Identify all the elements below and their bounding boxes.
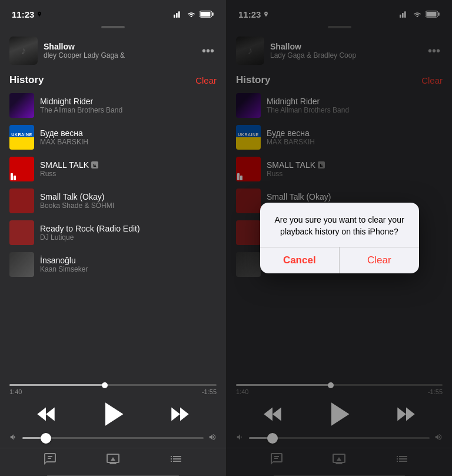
track-artist: The Allman Brothers Band	[40, 106, 217, 114]
rewind-button-left[interactable]	[35, 404, 56, 425]
list-item[interactable]: Small Talk (Okay) Booka Shade & SOHMI	[0, 185, 226, 217]
clear-history-dialog: Are you sure you want to clear your play…	[260, 203, 419, 273]
np-artwork-left	[9, 37, 38, 65]
list-item[interactable]: SMALL TALK E Russ	[0, 153, 226, 185]
track-info: Буде весна MAX BARSKIH	[40, 128, 217, 146]
svg-marker-8	[105, 402, 124, 425]
history-header-left: History Clear	[0, 71, 226, 90]
track-artwork	[9, 252, 34, 277]
volume-bar-left[interactable]	[22, 437, 204, 439]
lyrics-icon-left	[43, 452, 57, 466]
volume-high-icon-left	[208, 433, 217, 443]
progress-bar-left[interactable]	[9, 384, 217, 386]
dialog-overlay: Are you sure you want to clear your play…	[227, 0, 452, 476]
progress-fill-left	[9, 384, 105, 386]
svg-rect-5	[200, 12, 210, 16]
svg-marker-9	[171, 408, 180, 421]
track-name: Midnight Rider	[40, 97, 217, 106]
track-artwork	[9, 220, 34, 245]
track-artwork: UKRAINE	[9, 125, 34, 150]
history-title-left: History	[9, 74, 44, 86]
progress-section-left: 1:40 -1:55	[0, 379, 226, 395]
track-artwork	[9, 157, 34, 181]
dialog-cancel-button[interactable]: Cancel	[260, 247, 340, 273]
airplay-button-left[interactable]	[106, 452, 120, 466]
right-phone-panel: 11:23 Shallow Lady Gag	[226, 0, 452, 476]
track-name: Ready to Rock (Radio Edit)	[40, 224, 217, 233]
track-artist: DJ Lutique	[40, 233, 217, 242]
track-info: Midnight Rider The Allman Brothers Band	[40, 97, 217, 114]
list-item[interactable]: İnsanoğlu Kaan Simseker	[0, 249, 226, 280]
svg-marker-6	[37, 408, 46, 421]
track-name: Small Talk (Okay)	[40, 192, 217, 201]
airplay-icon-left	[106, 452, 120, 466]
list-item[interactable]: UKRAINE Буде весна MAX BARSKIH	[0, 121, 226, 153]
dialog-message: Are you sure you want to clear your play…	[270, 214, 410, 237]
track-name: Буде весна	[40, 128, 217, 138]
volume-low-icon-left	[9, 433, 18, 443]
remaining-time-left: -1:55	[202, 388, 217, 395]
drag-indicator-left	[101, 26, 125, 28]
svg-marker-10	[180, 408, 189, 421]
track-name: SMALL TALK E	[40, 160, 217, 170]
svg-rect-4	[212, 12, 214, 15]
track-list-left: Midnight Rider The Allman Brothers Band …	[0, 90, 226, 379]
volume-thumb-left	[41, 433, 51, 444]
dialog-body: Are you sure you want to clear your play…	[260, 203, 419, 247]
list-item[interactable]: Ready to Rock (Radio Edit) DJ Lutique	[0, 217, 226, 249]
track-artist: Booka Shade & SOHMI	[40, 201, 217, 210]
current-time-left: 1:40	[9, 388, 22, 395]
forward-icon-left	[170, 404, 191, 425]
track-artist: MAX BARSKIH	[40, 138, 217, 146]
np-more-button-left[interactable]: •••	[200, 42, 217, 60]
track-artist: Russ	[40, 170, 217, 178]
signal-icon-left	[174, 11, 183, 18]
dialog-clear-button[interactable]: Clear	[339, 247, 419, 273]
status-bar-left: 11:23	[0, 0, 226, 24]
svg-rect-1	[176, 13, 178, 18]
np-info-left: Shallow dley Cooper Lady Gaga &	[44, 42, 194, 60]
track-info: İnsanoğlu Kaan Simseker	[40, 256, 217, 273]
battery-icon-left	[200, 11, 214, 18]
svg-rect-2	[178, 11, 180, 18]
rewind-icon-left	[35, 404, 56, 425]
np-title-left: Shallow	[44, 42, 194, 51]
history-clear-button-left[interactable]: Clear	[195, 75, 217, 85]
status-icons-left	[174, 11, 214, 18]
location-icon-left	[36, 11, 42, 17]
track-info: Small Talk (Okay) Booka Shade & SOHMI	[40, 192, 217, 210]
forward-button-left[interactable]	[170, 404, 191, 425]
explicit-badge: E	[91, 161, 98, 168]
dialog-actions: Cancel Clear	[260, 247, 419, 273]
lyrics-button-left[interactable]	[43, 452, 57, 466]
track-artwork	[9, 189, 34, 213]
svg-rect-0	[174, 15, 175, 18]
wifi-icon-left	[187, 11, 196, 18]
track-info: Ready to Rock (Radio Edit) DJ Lutique	[40, 224, 217, 242]
left-phone-panel: 11:23 Shallow dley Coo	[0, 0, 226, 476]
track-info: SMALL TALK E Russ	[40, 160, 217, 178]
controls-left	[0, 395, 226, 433]
track-name: İnsanoğlu	[40, 256, 217, 265]
queue-icon-left	[169, 452, 183, 466]
svg-marker-7	[46, 408, 55, 421]
play-button-left[interactable]	[99, 400, 127, 428]
track-artist: Kaan Simseker	[40, 265, 217, 273]
progress-thumb-left	[102, 382, 108, 388]
now-playing-left: Shallow dley Cooper Lady Gaga & •••	[0, 33, 226, 68]
progress-times-left: 1:40 -1:55	[9, 388, 217, 395]
status-time-left: 11:23	[12, 9, 42, 19]
track-artwork	[9, 93, 34, 118]
bottom-bar-left	[0, 448, 226, 475]
np-artist-left: dley Cooper Lady Gaga &	[44, 51, 194, 60]
list-item[interactable]: Midnight Rider The Allman Brothers Band	[0, 90, 226, 121]
play-icon-left	[99, 400, 127, 428]
volume-section-left	[0, 433, 226, 448]
queue-button-left[interactable]	[169, 452, 183, 466]
